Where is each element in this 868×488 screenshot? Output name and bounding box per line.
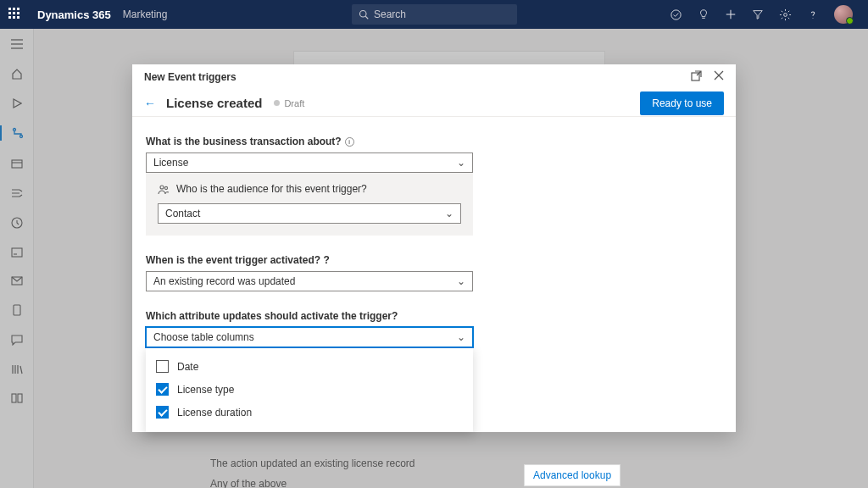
chevron-down-icon: ⌄ (457, 275, 465, 287)
audience-value: Contact (165, 208, 200, 219)
checkbox-checked-icon[interactable] (156, 383, 169, 396)
q2-label: When is the event trigger activated? ? (146, 254, 722, 266)
bg-text-1: The action updated an existing license r… (210, 458, 415, 469)
svg-line-1 (365, 16, 368, 19)
q2-value: An existing record was updated (153, 275, 295, 287)
add-icon[interactable] (725, 8, 737, 20)
chevron-down-icon: ⌄ (457, 157, 465, 169)
column-option[interactable]: Date (156, 355, 463, 378)
column-option[interactable]: License type (156, 378, 463, 401)
trigger-name-heading: License created (166, 96, 262, 110)
advanced-lookup-link[interactable]: Advanced lookup (524, 464, 620, 486)
audience-label: Who is the audience for this event trigg… (158, 183, 461, 195)
option-label: Date (177, 361, 198, 373)
option-label: License type (177, 384, 234, 396)
bg-text-2: Any of the above (210, 478, 287, 488)
ready-to-use-button[interactable]: Ready to use (640, 92, 724, 115)
popout-icon[interactable] (691, 70, 702, 84)
modal-titlebar: New Event triggers (132, 64, 736, 90)
svg-point-5 (784, 13, 787, 16)
module-name: Marketing (123, 8, 168, 20)
column-option[interactable]: License duration (156, 401, 463, 424)
filter-icon[interactable] (752, 8, 764, 20)
global-search[interactable]: Search (352, 4, 517, 25)
status-dot-icon (274, 100, 280, 106)
chevron-down-icon: ⌄ (445, 208, 453, 219)
modal-header: ← License created Draft Ready to use (132, 90, 736, 117)
svg-point-2 (671, 9, 681, 19)
option-label: License duration (177, 407, 252, 419)
activation-select[interactable]: An existing record was updated ⌄ (146, 271, 473, 291)
q3-value: Choose table columns (153, 331, 254, 343)
settings-icon[interactable] (779, 8, 792, 21)
q3-label: Which attribute updates should activate … (146, 310, 722, 322)
svg-point-27 (160, 186, 164, 189)
user-avatar[interactable] (834, 5, 853, 24)
search-icon (359, 9, 369, 19)
event-trigger-modal: New Event triggers ← License created Dra… (132, 64, 736, 432)
audience-select[interactable]: Contact ⌄ (158, 203, 461, 224)
help-icon[interactable] (807, 8, 819, 20)
top-navbar: Dynamics 365 Marketing Search (0, 0, 868, 29)
svg-point-0 (360, 11, 367, 18)
q1-value: License (153, 157, 188, 169)
q1-label: What is the business transaction about? … (146, 136, 722, 147)
topbar-actions (670, 5, 860, 24)
chevron-down-icon: ⌄ (457, 331, 465, 343)
business-transaction-select[interactable]: License ⌄ (146, 152, 473, 173)
checkbox-unchecked-icon[interactable] (156, 360, 169, 373)
people-icon (158, 184, 170, 195)
brand-name: Dynamics 365 (37, 8, 111, 21)
columns-dropdown-panel: Date License type License duration (146, 347, 473, 432)
modal-body: What is the business transaction about? … (132, 117, 736, 432)
attribute-columns-select[interactable]: Choose table columns ⌄ (146, 327, 473, 347)
info-icon[interactable]: i (345, 137, 354, 147)
status-label: Draft (284, 98, 304, 108)
search-placeholder: Search (374, 8, 406, 20)
back-arrow-icon[interactable]: ← (144, 97, 156, 110)
app-launcher-icon[interactable] (8, 8, 22, 21)
modal-title: New Event triggers (144, 71, 236, 83)
audience-section: Who is the audience for this event trigg… (146, 173, 473, 236)
svg-point-28 (164, 186, 167, 189)
lightbulb-icon[interactable] (698, 8, 709, 20)
close-icon[interactable] (714, 70, 724, 84)
assistant-icon[interactable] (670, 8, 682, 21)
checkbox-checked-icon[interactable] (156, 406, 169, 419)
